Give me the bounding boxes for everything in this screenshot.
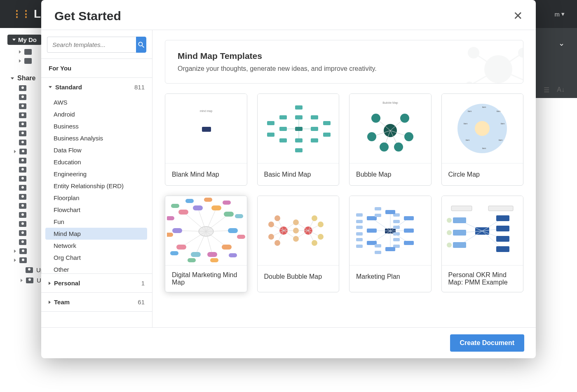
category-item[interactable]: Entity Relationship (ERD) — [41, 180, 151, 192]
svg-rect-11 — [295, 127, 303, 131]
category-item[interactable]: AWS — [41, 96, 151, 108]
svg-point-98 — [318, 222, 324, 227]
category-item[interactable]: Mind Map — [45, 228, 147, 240]
category-item[interactable]: Android — [41, 108, 151, 120]
category-item[interactable]: Floorplan — [41, 192, 151, 204]
svg-rect-60 — [211, 205, 221, 210]
category-item[interactable]: Business — [41, 120, 151, 132]
search-input[interactable] — [47, 37, 136, 53]
template-card[interactable]: Digital Marketing Mind Map — [165, 196, 247, 292]
svg-point-37 — [367, 132, 376, 141]
svg-rect-58 — [193, 205, 203, 210]
close-icon[interactable]: ✕ — [513, 10, 523, 22]
svg-rect-13 — [311, 127, 318, 131]
category-item[interactable]: Fun — [41, 216, 151, 228]
svg-rect-80 — [237, 235, 245, 239]
template-label: Digital Marketing Mind Map — [165, 265, 247, 292]
svg-text:item: item — [466, 139, 469, 141]
svg-text:item: item — [497, 110, 500, 112]
svg-text:item: item — [464, 122, 467, 125]
svg-rect-120 — [367, 229, 377, 233]
category-item[interactable]: Education — [41, 156, 151, 168]
template-label: Double Bubble Map — [258, 265, 339, 287]
svg-rect-22 — [267, 133, 274, 137]
svg-rect-140 — [385, 210, 395, 214]
svg-rect-148 — [488, 206, 513, 211]
category-item[interactable]: Flowchart — [41, 204, 151, 216]
svg-rect-74 — [172, 228, 182, 233]
svg-rect-145 — [375, 244, 381, 247]
svg-point-100 — [318, 234, 324, 240]
template-card[interactable]: Basic Mind Map — [257, 93, 340, 186]
template-card[interactable]: Bubble MapBubble Map — [349, 93, 432, 186]
section-team[interactable]: Team 61 — [41, 292, 152, 312]
section-count: 811 — [134, 84, 145, 91]
svg-rect-118 — [356, 220, 363, 223]
svg-point-113 — [293, 236, 299, 242]
template-card[interactable]: Double Bubble Map — [257, 196, 340, 292]
template-card[interactable]: mind mapBlank Mind Map — [165, 93, 247, 186]
template-label: Basic Mind Map — [258, 163, 339, 185]
svg-rect-86 — [167, 216, 174, 220]
category-list[interactable]: AWSAndroidBusinessBusiness AnalysisData … — [41, 96, 152, 273]
svg-point-166 — [447, 243, 452, 247]
svg-rect-122 — [356, 232, 363, 236]
section-standard[interactable]: Standard 811 — [41, 77, 152, 96]
svg-point-165 — [447, 230, 452, 235]
template-thumbnail — [258, 94, 339, 163]
svg-text:item: item — [499, 139, 502, 141]
template-label: Bubble Map — [349, 163, 431, 185]
svg-rect-66 — [222, 245, 232, 250]
svg-rect-17 — [311, 115, 318, 119]
svg-point-35 — [400, 114, 409, 123]
chevron-right-icon — [49, 301, 51, 304]
svg-rect-147 — [451, 206, 472, 211]
category-item[interactable]: Other — [41, 264, 151, 273]
svg-rect-117 — [356, 213, 363, 217]
svg-rect-18 — [279, 138, 287, 142]
section-label: For You — [49, 65, 71, 72]
svg-rect-157 — [496, 215, 509, 221]
template-label: Personal OKR Mind Map: PMM Example — [442, 265, 523, 292]
template-sidebar: For You Standard 811 AWSAndroidBusinessB… — [41, 30, 152, 327]
svg-rect-82 — [210, 258, 218, 262]
template-card[interactable]: itemitemitemitemitemitemitemitemCircle M… — [441, 93, 524, 186]
svg-rect-85 — [167, 233, 173, 237]
category-item[interactable]: Business Analysis — [41, 132, 151, 144]
chevron-down-icon — [49, 86, 52, 88]
section-personal[interactable]: Personal 1 — [41, 273, 152, 292]
svg-rect-19 — [311, 138, 318, 142]
svg-rect-141 — [375, 207, 381, 210]
svg-point-33 — [371, 114, 380, 123]
svg-rect-77 — [204, 198, 212, 202]
svg-rect-146 — [375, 251, 381, 254]
category-item[interactable]: Network — [41, 240, 151, 252]
template-gallery[interactable]: Mind Map Templates Organize your thought… — [152, 30, 536, 327]
section-label: Personal — [54, 280, 80, 287]
svg-point-90 — [268, 222, 274, 227]
svg-rect-25 — [295, 148, 303, 152]
svg-point-3 — [465, 82, 474, 84]
section-for-you[interactable]: For You — [41, 58, 152, 77]
create-document-button[interactable]: Create Document — [450, 334, 524, 352]
search-button[interactable] — [136, 37, 146, 53]
template-thumbnail — [258, 196, 339, 265]
template-card[interactable]: Marketing Plan — [349, 196, 432, 292]
svg-point-45 — [475, 121, 490, 136]
template-card[interactable]: Personal OKR Mind Map: PMM Example — [441, 196, 524, 292]
svg-point-92 — [268, 234, 274, 240]
template-search — [41, 30, 152, 58]
category-item[interactable]: Org Chart — [41, 252, 151, 264]
category-item[interactable]: Engineering — [41, 168, 151, 180]
template-thumbnail — [349, 196, 431, 265]
category-item[interactable]: Data Flow — [41, 144, 151, 156]
svg-text:item: item — [501, 122, 504, 125]
svg-rect-75 — [171, 204, 179, 208]
svg-rect-144 — [385, 247, 395, 251]
svg-line-61 — [206, 214, 229, 231]
svg-rect-126 — [356, 245, 363, 248]
section-count: 61 — [138, 299, 145, 306]
template-thumbnail: mind map — [165, 94, 247, 163]
svg-rect-79 — [235, 214, 243, 218]
svg-text:Bubble Map: Bubble Map — [382, 101, 398, 105]
